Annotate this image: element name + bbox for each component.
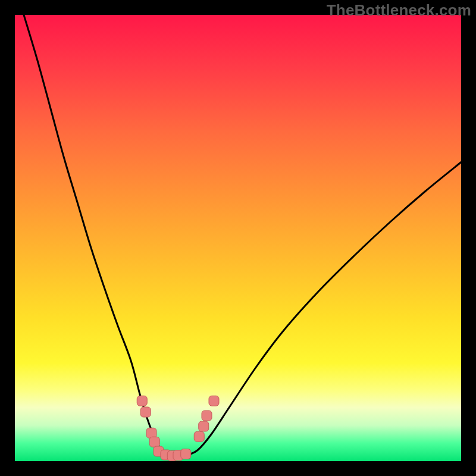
curve-marker <box>181 449 191 459</box>
curve-marker <box>202 411 212 421</box>
curve-markers <box>137 396 219 461</box>
curve-marker <box>149 437 159 447</box>
curve-marker <box>199 421 209 431</box>
watermark-text: TheBottleneck.com <box>327 1 471 20</box>
curve-marker <box>146 428 156 438</box>
bottleneck-curve <box>24 15 461 456</box>
curve-marker <box>194 431 204 441</box>
curve-marker <box>209 396 219 406</box>
chart-plot-area <box>15 15 461 461</box>
curve-marker <box>137 396 147 406</box>
curve-marker <box>140 407 151 417</box>
chart-svg <box>15 15 461 461</box>
